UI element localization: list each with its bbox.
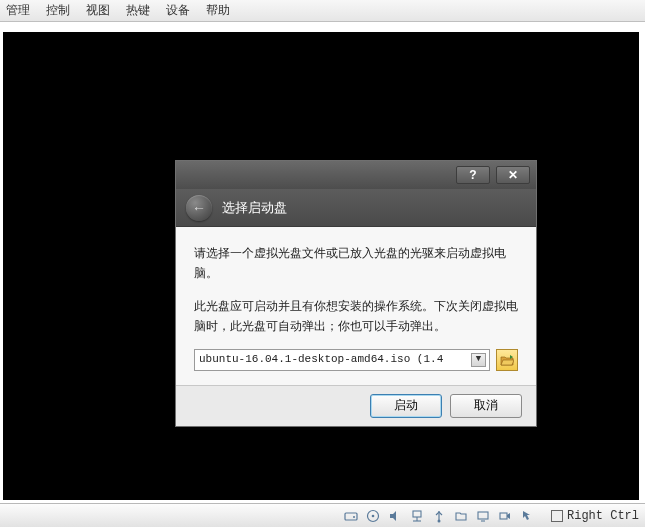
chevron-down-icon[interactable]: ▼ <box>471 353 486 367</box>
browse-disk-button[interactable] <box>496 349 518 371</box>
menu-help[interactable]: 帮助 <box>206 2 230 19</box>
svg-point-3 <box>372 514 375 517</box>
audio-icon[interactable] <box>387 508 403 524</box>
dialog-body: 请选择一个虚拟光盘文件或已放入光盘的光驱来启动虚拟电脑。 此光盘应可启动并且有你… <box>176 227 536 385</box>
menu-hotkeys[interactable]: 热键 <box>126 2 150 19</box>
display-icon[interactable] <box>475 508 491 524</box>
svg-rect-9 <box>478 512 488 519</box>
harddisk-icon[interactable] <box>343 508 359 524</box>
dialog-header: ← 选择启动盘 <box>176 189 536 227</box>
status-icons: Right Ctrl <box>343 508 639 524</box>
svg-rect-11 <box>500 513 507 519</box>
dialog-help-button[interactable]: ? <box>456 166 490 184</box>
dialog-paragraph-1: 请选择一个虚拟光盘文件或已放入光盘的光驱来启动虚拟电脑。 <box>194 243 518 284</box>
dialog-paragraph-2: 此光盘应可启动并且有你想安装的操作系统。下次关闭虚拟电脑时，此光盘可自动弹出；你… <box>194 296 518 337</box>
recording-icon[interactable] <box>497 508 513 524</box>
dialog-footer: 启动 取消 <box>176 385 536 426</box>
svg-point-1 <box>353 516 355 518</box>
mouse-integration-icon[interactable] <box>519 508 535 524</box>
usb-icon[interactable] <box>431 508 447 524</box>
shared-folder-icon[interactable] <box>453 508 469 524</box>
svg-rect-4 <box>413 511 421 517</box>
select-startup-disk-dialog: ? ✕ ← 选择启动盘 请选择一个虚拟光盘文件或已放入光盘的光驱来启动虚拟电脑。… <box>175 160 537 427</box>
dialog-titlebar: ? ✕ <box>176 161 536 189</box>
dialog-title: 选择启动盘 <box>222 199 287 217</box>
optical-disc-icon[interactable] <box>365 508 381 524</box>
menu-view[interactable]: 视图 <box>86 2 110 19</box>
menu-bar: 管理 控制 视图 热键 设备 帮助 <box>0 0 645 22</box>
svg-rect-0 <box>345 513 357 520</box>
host-key-indicator: Right Ctrl <box>551 509 639 523</box>
disk-file-value: ubuntu-16.04.1-desktop-amd64.iso (1.4 <box>199 350 485 369</box>
vm-display-container: ? ✕ ← 选择启动盘 请选择一个虚拟光盘文件或已放入光盘的光驱来启动虚拟电脑。… <box>0 22 645 503</box>
folder-icon <box>500 354 514 366</box>
status-bar: Right Ctrl <box>0 503 645 527</box>
disk-file-combobox[interactable]: ubuntu-16.04.1-desktop-amd64.iso (1.4 ▼ <box>194 349 490 371</box>
back-icon[interactable]: ← <box>186 195 212 221</box>
menu-control[interactable]: 控制 <box>46 2 70 19</box>
file-selector-row: ubuntu-16.04.1-desktop-amd64.iso (1.4 ▼ <box>194 349 518 371</box>
dialog-close-button[interactable]: ✕ <box>496 166 530 184</box>
keyboard-led-icon <box>551 510 563 522</box>
cancel-button[interactable]: 取消 <box>450 394 522 418</box>
menu-manage[interactable]: 管理 <box>6 2 30 19</box>
start-button[interactable]: 启动 <box>370 394 442 418</box>
menu-devices[interactable]: 设备 <box>166 2 190 19</box>
host-key-label: Right Ctrl <box>567 509 639 523</box>
network-icon[interactable] <box>409 508 425 524</box>
